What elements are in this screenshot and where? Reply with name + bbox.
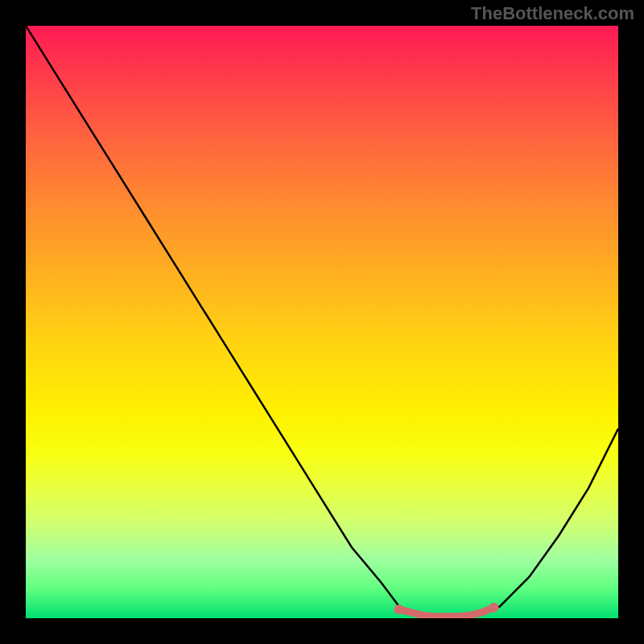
optimal-range-marker	[399, 608, 494, 617]
marker-dot	[394, 605, 404, 614]
bottleneck-curve-line	[26, 26, 618, 618]
chart-svg	[26, 26, 618, 618]
curve-group	[26, 26, 618, 618]
marker-dot	[489, 603, 498, 613]
watermark-text: TheBottleneck.com	[471, 3, 634, 24]
chart-plot-area	[26, 26, 618, 618]
